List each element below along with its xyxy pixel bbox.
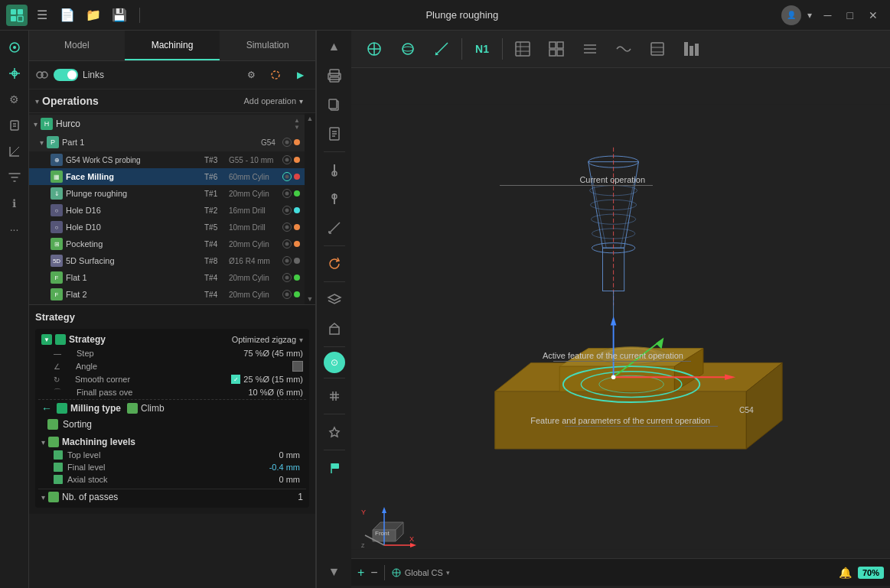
add-op-label: Add operation [244, 96, 297, 106]
vstrip-flag-icon[interactable] [321, 455, 347, 481]
pocketing-circle[interactable] [282, 239, 292, 249]
pocketing-row[interactable]: ⊞ Pocketing T#4 20mm Cylin [29, 236, 305, 252]
flat1-circle[interactable] [282, 273, 292, 282]
viewport-with-toolbar: ▲ [316, 31, 890, 588]
part1-row[interactable]: ▾ P Part 1 G54 [29, 133, 305, 151]
zoom-out-icon[interactable]: − [370, 566, 377, 580]
sidebar-icon-more[interactable]: ··· [4, 219, 25, 240]
vp-btn-table[interactable] [509, 35, 536, 63]
svg-rect-29 [331, 463, 339, 469]
vstrip-zoom-icon[interactable] [321, 419, 347, 445]
part1-status-dot [294, 139, 300, 145]
notification-bell[interactable]: 🔔 [839, 567, 852, 579]
settings-icon[interactable]: ⚙ [242, 66, 260, 84]
vstrip-doc-icon[interactable] [321, 121, 347, 147]
angle-input[interactable] [292, 361, 303, 372]
plunge-circle[interactable] [282, 189, 292, 198]
vstrip-refresh-icon[interactable] [321, 251, 347, 277]
add-operation-button[interactable]: Add operation ▾ [238, 94, 310, 108]
surfacing-5d-row[interactable]: 5D 5D Surfacing T#8 Ø16 R4 mm [29, 252, 305, 269]
vstrip-pan-icon[interactable] [321, 383, 347, 409]
sidebar-icon-measure[interactable] [4, 141, 25, 162]
new-file-icon[interactable]: 📄 [57, 6, 78, 24]
links-toggle[interactable] [54, 69, 78, 81]
scroll-down-icon[interactable]: ▼ [294, 124, 300, 131]
plunge-roughing-row[interactable]: ⇓ Plunge roughing T#1 20mm Cylin [29, 185, 305, 202]
sidebar-icon-link[interactable] [4, 37, 25, 58]
vp-btn-n1[interactable]: N1 [468, 35, 496, 63]
strategy-dropdown[interactable]: ▾ [299, 336, 303, 344]
annotation-current-op-line [500, 185, 653, 186]
hole-d16-row[interactable]: ○ Hole D16 T#2 16mm Drill [29, 202, 305, 219]
hole-d16-desc: 16mm Drill [229, 206, 282, 215]
svg-rect-7 [11, 121, 18, 130]
sidebar-icon-info[interactable]: ℹ [4, 193, 25, 214]
hole-d16-circle[interactable] [282, 206, 292, 215]
maximize-button[interactable]: □ [841, 8, 859, 23]
bottom-bar: + − Global CS ▾ 🔔 70% [351, 558, 890, 586]
tab-simulation[interactable]: Simulation [220, 31, 315, 60]
close-button[interactable]: ✕ [862, 8, 884, 23]
ml-top-row: Top level 0 mm [38, 449, 303, 461]
g54-circle[interactable] [282, 155, 292, 164]
vp-btn-list[interactable] [576, 35, 604, 63]
vstrip-sep6 [324, 414, 345, 414]
plunge-status [294, 190, 300, 197]
tab-machining[interactable]: Machining [125, 31, 220, 60]
sidebar-icon-navigate[interactable] [4, 63, 25, 84]
vstrip-feed-icon[interactable] [321, 186, 347, 212]
scroll-up-icon[interactable]: ▲ [294, 117, 300, 124]
vstrip-tool-icon[interactable] [321, 157, 347, 183]
vstrip-model-icon[interactable] [321, 316, 347, 342]
vp-btn-cs[interactable] [360, 35, 388, 63]
vstrip-print-icon[interactable] [321, 63, 347, 89]
annotation-active-feature-line [553, 361, 691, 362]
face-milling-row[interactable]: ▦ Face Milling T#6 60mm Cylin [29, 168, 305, 185]
vp-btn-chart[interactable] [677, 35, 705, 63]
part1-circle-btn[interactable] [282, 138, 292, 147]
vstrip-measure-icon[interactable] [321, 215, 347, 241]
smooth-checkbox[interactable]: ✓ [231, 375, 240, 384]
nb-chevron: ▾ [41, 493, 45, 502]
vstrip-down-arrow[interactable]: ▼ [321, 559, 347, 585]
open-file-icon[interactable]: 📁 [83, 6, 104, 24]
g54-desc: G55 - 10 mm [229, 156, 282, 164]
sidebar-icon-tool[interactable] [4, 115, 25, 136]
flat2-row[interactable]: F Flat 2 T#4 20mm Cylin [29, 286, 305, 303]
vstrip-up-arrow[interactable]: ▲ [321, 34, 347, 60]
flat2-circle[interactable] [282, 290, 292, 299]
face-milling-icon: ▦ [51, 171, 63, 183]
global-cs-button[interactable]: Global CS ▾ [391, 567, 450, 578]
hole-d10-row[interactable]: ○ Hole D10 T#5 10mm Drill [29, 219, 305, 236]
minimize-button[interactable]: ─ [818, 8, 838, 23]
tab-model[interactable]: Model [29, 31, 125, 60]
vstrip-copy-icon[interactable] [321, 92, 347, 118]
vp-btn-grid[interactable] [543, 35, 570, 63]
pocketing-status [294, 241, 300, 247]
dropdown-icon[interactable]: ▾ [807, 10, 812, 21]
sidebar-icon-filter[interactable] [4, 167, 25, 188]
refresh-icon[interactable] [266, 66, 285, 84]
final-pass-label: Finall pass ove [77, 388, 248, 397]
save-icon[interactable]: 💾 [109, 6, 130, 24]
links-icon [35, 68, 49, 82]
vstrip-layers-icon[interactable] [321, 287, 347, 313]
vp-btn-layers[interactable] [644, 35, 671, 63]
play-icon[interactable]: ▶ [291, 66, 309, 84]
scene-area: C54 Current operation Active feature of … [351, 68, 890, 586]
zoom-in-icon[interactable]: + [357, 566, 364, 580]
sidebar-icon-settings[interactable]: ⚙ [4, 89, 25, 110]
face-milling-circle[interactable] [282, 172, 292, 181]
flat1-row[interactable]: F Flat 1 T#4 20mm Cylin [29, 269, 305, 286]
g54-probing-row[interactable]: ⊕ G54 Work CS probing T#3 G55 - 10 mm [29, 151, 305, 168]
vstrip-orbit-btn[interactable]: ⊙ [324, 352, 345, 373]
vp-btn-measure[interactable] [428, 35, 455, 63]
ops-scroll-up[interactable]: ▲ [307, 115, 314, 122]
surfacing-circle[interactable] [282, 256, 292, 265]
nb-passes-row: ▾ Nb. of passes 1 [38, 489, 306, 505]
hamburger-icon[interactable]: ☰ [34, 5, 51, 25]
vp-btn-orbit[interactable] [394, 35, 422, 63]
vp-btn-wave[interactable] [610, 35, 637, 63]
hole-d10-circle[interactable] [282, 223, 292, 232]
ops-scroll-down[interactable]: ▼ [307, 295, 314, 303]
